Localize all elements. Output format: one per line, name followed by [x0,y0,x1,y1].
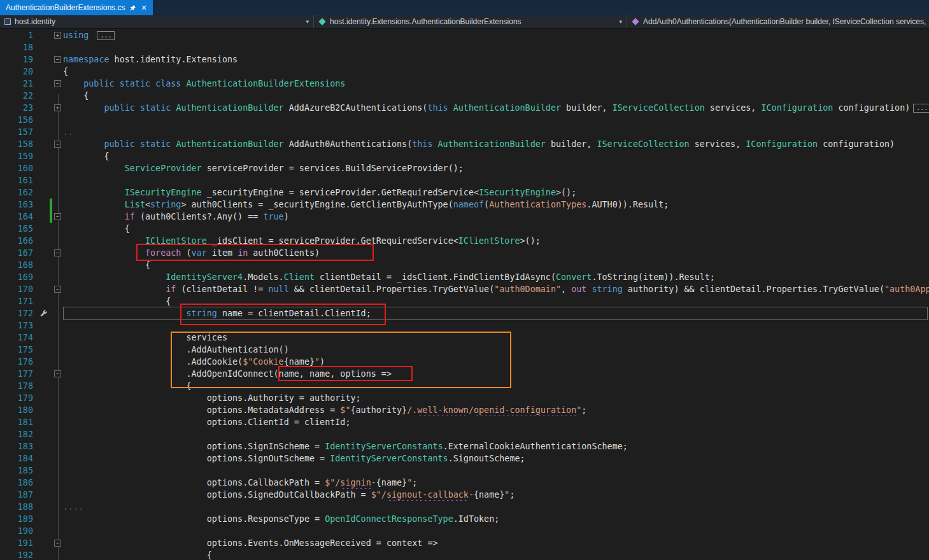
code-line[interactable]: 191− options.Events.OnMessageReceived = … [0,537,929,549]
collapse-region-icon[interactable]: − [54,286,61,293]
code-line[interactable]: 175 .AddAuthentication() [0,344,929,356]
collapse-region-icon[interactable]: − [54,370,61,377]
fold-margin: − [52,247,63,259]
code-line[interactable]: 185 [0,465,929,477]
line-number: 171 [0,295,37,307]
collapse-region-icon[interactable]: − [54,141,61,148]
line-number: 156 [0,114,37,126]
line-number: 190 [0,525,37,537]
fold-margin: − [52,211,63,223]
collapsed-region-box[interactable]: ... [913,104,929,113]
code-line[interactable]: 20{ [0,66,929,78]
code-line[interactable]: 184 options.SignOutScheme = IdentityServ… [0,452,929,465]
collapsed-region-box[interactable]: ... [97,31,115,40]
icon-slot [37,513,50,525]
code-line[interactable]: 158− public static AuthenticationBuilder… [0,138,929,150]
code-line[interactable]: 156 [0,114,929,126]
code-line[interactable]: 166 IClientStore _idsClient = servicePro… [0,235,929,247]
icon-slot [37,223,50,235]
fold-margin [52,428,63,440]
pin-icon[interactable] [129,4,136,11]
code-line[interactable]: 188.... [0,501,929,513]
code-line[interactable]: 186 options.CallbackPath = $"/signin-{na… [0,477,929,489]
code-line[interactable]: 190 [0,525,929,537]
chevron-down-icon[interactable]: ▾ [302,18,309,25]
code-line[interactable]: 165 { [0,223,929,235]
tab-authenticationbuilderextensions[interactable]: AuthenticationBuilderExtensions.cs ✕ [0,0,153,15]
line-number: 180 [0,404,37,416]
icon-slot [37,53,50,66]
close-icon[interactable]: ✕ [141,4,146,11]
icon-slot [37,392,50,404]
tab-title: AuthenticationBuilderExtensions.cs [6,3,125,12]
code-line[interactable]: 23+ public static AuthenticationBuilder … [0,102,929,114]
line-number: 170 [0,283,37,295]
collapse-region-icon[interactable]: − [54,213,61,220]
fold-margin [52,162,63,174]
type-dropdown[interactable]: host.identity.Extensions.AuthenticationB… [314,15,627,28]
code-line[interactable]: 18 [0,41,929,53]
fold-margin [52,66,63,78]
code-line[interactable]: 172 string name = clientDetail.ClientId; [0,307,929,319]
expand-region-icon[interactable]: + [54,104,61,111]
code-text: { [63,295,929,307]
icon-slot [37,102,50,114]
line-number: 173 [0,319,37,332]
code-line[interactable]: 178 { [0,380,929,392]
code-editor[interactable]: 1+using ...1819−namespace host.identity.… [0,29,929,560]
code-line[interactable]: 171 { [0,295,929,307]
icon-slot [37,283,50,295]
code-text: { [63,90,929,102]
code-line[interactable]: 187 options.SignedOutCallbackPath = $"/s… [0,489,929,501]
code-line[interactable]: 159 { [0,150,929,162]
code-text: foreach (var item in auth0Clients) [63,247,929,259]
line-number: 189 [0,513,37,525]
icon-slot [37,235,50,247]
wrench-icon[interactable] [37,307,50,319]
code-line[interactable]: 161 [0,174,929,186]
member-dropdown[interactable]: AddAuth0Authentications(AuthenticationBu… [627,15,929,28]
code-lines: 1+using ...1819−namespace host.identity.… [0,29,929,560]
code-line[interactable]: 21− public static class AuthenticationBu… [0,78,929,90]
expand-region-icon[interactable]: + [54,32,61,39]
code-line[interactable]: 182 [0,428,929,440]
code-line[interactable]: 180 options.MetadataAddress = $"{authori… [0,404,929,416]
code-line[interactable]: 164− if (auth0Clients?.Any() == true) [0,211,929,223]
fold-margin [52,452,63,465]
code-line[interactable]: 157.. [0,126,929,138]
code-line[interactable]: 19−namespace host.identity.Extensions [0,53,929,66]
fold-margin [52,525,63,537]
code-text: .. [63,126,929,138]
code-line[interactable]: 192 { [0,549,929,560]
fold-margin [52,90,63,102]
collapse-region-icon[interactable]: − [54,540,61,547]
code-line[interactable]: 170− if (clientDetail != null && clientD… [0,283,929,295]
line-number: 169 [0,271,37,283]
code-text [63,114,929,126]
chevron-down-icon[interactable]: ▾ [615,18,622,25]
icon-slot [37,211,50,223]
collapse-region-icon[interactable]: − [54,56,61,63]
code-line[interactable]: 173 [0,319,929,332]
code-text: options.Authority = authority; [63,392,929,404]
icon-slot [37,138,50,150]
code-line[interactable]: 183 options.SignInScheme = IdentityServe… [0,440,929,452]
collapse-region-icon[interactable]: − [54,80,61,87]
collapse-region-icon[interactable]: − [54,249,61,256]
code-line[interactable]: 163 List<string> auth0Clients = _securit… [0,199,929,211]
code-line[interactable]: 22 { [0,90,929,102]
code-line[interactable]: 168 { [0,259,929,271]
code-line[interactable]: 160 ServiceProvider serviceProvider = se… [0,162,929,174]
code-line[interactable]: 169 IdentityServer4.Models.Client client… [0,271,929,283]
code-line[interactable]: 179 options.Authority = authority; [0,392,929,404]
code-line[interactable]: 189 options.ResponseType = OpenIdConnect… [0,513,929,525]
code-line[interactable]: 174 services [0,332,929,344]
code-line[interactable]: 181 options.ClientId = clientId; [0,416,929,428]
code-line[interactable]: 1+using ... [0,29,929,41]
code-line[interactable]: 162 ISecurityEngine _securityEngine = se… [0,186,929,199]
code-line[interactable]: 167− foreach (var item in auth0Clients) [0,247,929,259]
project-dropdown[interactable]: host.identity ▾ [0,15,314,28]
code-line[interactable]: 176 .AddCookie($"Cookie{name}") [0,356,929,368]
line-number: 158 [0,138,37,150]
code-line[interactable]: 177− .AddOpenIdConnect(name, name, optio… [0,368,929,380]
